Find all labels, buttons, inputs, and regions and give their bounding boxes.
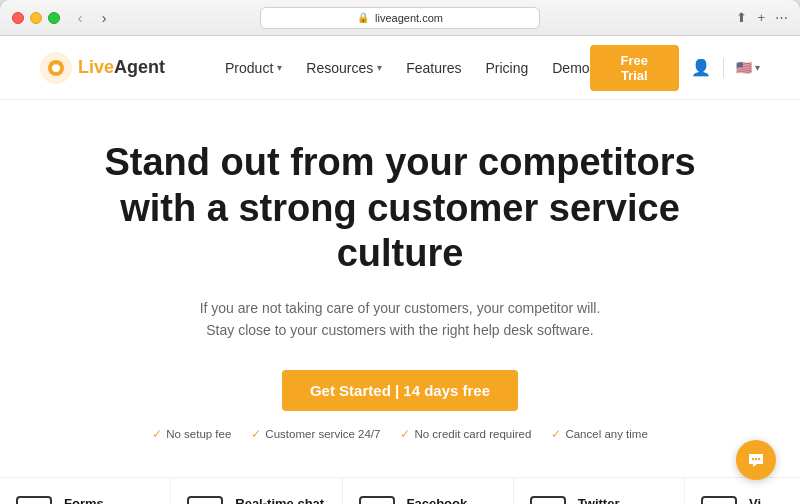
browser-titlebar: ‹ › 🔒 liveagent.com ⬆ + ⋯ (0, 0, 800, 36)
badge-cancel: ✓ Cancel any time (551, 427, 647, 441)
nav-features[interactable]: Features (406, 60, 461, 76)
hero-section: Stand out from your competitors with a s… (60, 100, 740, 461)
browser-actions: ⬆ + ⋯ (736, 10, 788, 25)
language-selector[interactable]: 🇺🇸 ▾ (736, 60, 760, 75)
nav-pricing[interactable]: Pricing (485, 60, 528, 76)
traffic-lights (12, 12, 60, 24)
logo-icon (40, 52, 72, 84)
nav-divider (723, 58, 724, 78)
hero-title: Stand out from your competitors with a s… (80, 140, 720, 277)
badge-card: ✓ No credit card required (400, 427, 531, 441)
back-arrow[interactable]: ‹ (72, 10, 88, 26)
nav-links: Product ▾ Resources ▾ Features Pricing D… (225, 60, 590, 76)
feature-chat: Real-time chat Chat with customers in re… (171, 478, 342, 504)
product-chevron: ▾ (277, 62, 282, 73)
video-icon (701, 496, 737, 504)
share-icon[interactable]: ⬆ (736, 10, 747, 25)
nav-resources[interactable]: Resources ▾ (306, 60, 382, 76)
website-content: LiveAgent Product ▾ Resources ▾ Features… (0, 36, 800, 504)
forms-title: Forms (64, 496, 154, 504)
get-started-button[interactable]: Get Started | 14 days free (282, 370, 518, 411)
resources-chevron: ▾ (377, 62, 382, 73)
feature-forms: Forms …accessible by …n contact forms. (0, 478, 171, 504)
forms-icon (16, 496, 52, 504)
nav-right: Free Trial 👤 🇺🇸 ▾ (590, 45, 760, 91)
more-icon[interactable]: ⋯ (775, 10, 788, 25)
user-icon[interactable]: 👤 (691, 58, 711, 77)
facebook-icon: f (359, 496, 395, 504)
chat-title: Real-time chat (235, 496, 325, 504)
nav-demo[interactable]: Demo (552, 60, 589, 76)
lock-icon: 🔒 (357, 12, 369, 23)
badge-support: ✓ Customer service 24/7 (251, 427, 380, 441)
svg-point-10 (752, 458, 754, 460)
twitter-icon (530, 496, 566, 504)
svg-point-11 (755, 458, 757, 460)
flag-chevron: ▾ (755, 62, 760, 73)
close-button[interactable] (12, 12, 24, 24)
features-strip: Forms …accessible by …n contact forms. R… (0, 477, 800, 504)
free-trial-button[interactable]: Free Trial (590, 45, 679, 91)
badge-setup: ✓ No setup fee (152, 427, 231, 441)
facebook-title: Facebook (407, 496, 497, 504)
logo-text: LiveAgent (78, 57, 165, 78)
trust-badges: ✓ No setup fee ✓ Customer service 24/7 ✓… (80, 427, 720, 441)
maximize-button[interactable] (48, 12, 60, 24)
svg-point-12 (758, 458, 760, 460)
feature-video: Vi…call … (685, 478, 800, 504)
logo[interactable]: LiveAgent (40, 52, 165, 84)
chat-widget[interactable] (736, 440, 776, 480)
twitter-title: Twitter (578, 496, 668, 504)
video-title: Vi…call (749, 496, 784, 504)
feature-twitter: Twitter Monitor and reply to mentions an… (514, 478, 685, 504)
nav-product[interactable]: Product ▾ (225, 60, 282, 76)
browser-window: ‹ › 🔒 liveagent.com ⬆ + ⋯ (0, 0, 800, 504)
hero-subtitle: If you are not taking care of your custo… (190, 297, 610, 342)
browser-navigation: ‹ › (72, 10, 112, 26)
forward-arrow[interactable]: › (96, 10, 112, 26)
minimize-button[interactable] (30, 12, 42, 24)
feature-facebook: f Facebook Track & respond to all posts,… (343, 478, 514, 504)
address-bar[interactable]: 🔒 liveagent.com (260, 7, 540, 29)
navbar: LiveAgent Product ▾ Resources ▾ Features… (0, 36, 800, 100)
address-bar-container: 🔒 liveagent.com (260, 7, 540, 29)
new-tab-icon[interactable]: + (757, 10, 765, 25)
url-text: liveagent.com (375, 12, 443, 24)
chat-icon (187, 496, 223, 504)
